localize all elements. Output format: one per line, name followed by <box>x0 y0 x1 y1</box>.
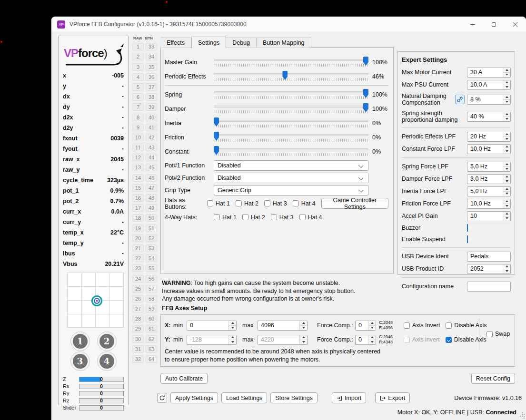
spin-up-icon[interactable] <box>503 199 510 204</box>
spin-buttons[interactable] <box>503 132 510 141</box>
hat-checkbox[interactable]: Hat 1 <box>214 214 237 221</box>
spin-up-icon[interactable] <box>503 264 510 269</box>
spinbox[interactable] <box>467 211 511 221</box>
spinbox[interactable] <box>467 68 511 78</box>
spin-down-icon[interactable] <box>368 326 376 330</box>
link-icon[interactable] <box>455 95 465 104</box>
combo-box[interactable]: Disabled <box>214 160 368 171</box>
slider[interactable] <box>214 132 368 143</box>
spin-buttons[interactable] <box>299 335 307 344</box>
spin-up-icon[interactable] <box>503 162 510 167</box>
spin-up-icon[interactable] <box>229 321 236 326</box>
swap-checkbox[interactable]: Swap <box>486 331 510 337</box>
spin-buttons[interactable] <box>503 80 510 89</box>
spin-down-icon[interactable] <box>368 340 376 344</box>
tab[interactable]: Effects <box>160 38 191 48</box>
spin-buttons[interactable] <box>503 95 510 104</box>
spin-down-icon[interactable] <box>503 204 510 208</box>
spin-buttons[interactable] <box>503 145 510 154</box>
spinbox[interactable] <box>467 95 511 105</box>
combo-box[interactable]: Generic Grip <box>214 185 368 195</box>
combo-box[interactable]: Disabled <box>214 173 368 183</box>
spinbox[interactable] <box>467 174 511 184</box>
axis-invert-checkbox[interactable]: Axis Invert <box>404 322 440 329</box>
spinbox[interactable] <box>467 80 511 90</box>
checkbox[interactable] <box>467 235 468 243</box>
tab[interactable]: Debug <box>226 38 257 48</box>
min-spinbox[interactable] <box>187 321 237 331</box>
auto-calibrate-button[interactable]: Auto Calibrate <box>160 373 208 384</box>
hat-checkbox[interactable]: Hat 3 <box>271 214 294 221</box>
spin-down-icon[interactable] <box>503 269 510 273</box>
hat-checkbox[interactable]: Hat 1 <box>207 200 230 207</box>
spin-down-icon[interactable] <box>503 73 510 77</box>
spin-buttons[interactable] <box>503 212 510 221</box>
spin-up-icon[interactable] <box>503 132 510 137</box>
slider[interactable] <box>214 103 368 115</box>
spin-up-icon[interactable] <box>300 321 307 326</box>
spin-buttons[interactable] <box>503 112 510 121</box>
load-settings-button[interactable]: Load Settings <box>221 392 267 403</box>
spin-buttons[interactable] <box>503 199 510 208</box>
spinbox[interactable] <box>467 199 511 209</box>
spin-down-icon[interactable] <box>229 326 236 330</box>
maximize-button[interactable] <box>483 17 505 32</box>
min-spinbox[interactable] <box>187 335 237 345</box>
refresh-button[interactable] <box>157 393 167 403</box>
spin-down-icon[interactable] <box>503 85 510 89</box>
resize-grip[interactable] <box>520 414 525 419</box>
spin-up-icon[interactable] <box>503 68 510 73</box>
spin-buttons[interactable] <box>503 264 510 273</box>
slider[interactable] <box>214 57 368 68</box>
hat-checkbox[interactable]: Hat 2 <box>242 214 265 221</box>
spin-down-icon[interactable] <box>229 340 236 344</box>
spinbox[interactable] <box>467 162 511 172</box>
spin-down-icon[interactable] <box>503 100 510 104</box>
hat-checkbox[interactable]: Hat 3 <box>264 200 287 207</box>
configuration-name-field[interactable] <box>467 282 511 292</box>
spin-up-icon[interactable] <box>300 335 307 340</box>
spin-up-icon[interactable] <box>503 175 510 179</box>
spin-up-icon[interactable] <box>503 212 510 216</box>
spinbox[interactable] <box>467 186 511 196</box>
spin-down-icon[interactable] <box>503 192 510 196</box>
spin-down-icon[interactable] <box>503 167 510 171</box>
spin-up-icon[interactable] <box>503 80 510 85</box>
apply-settings-button[interactable]: Apply Settings <box>170 392 218 403</box>
spin-buttons[interactable] <box>503 162 510 171</box>
export-button[interactable]: Export <box>375 392 410 403</box>
usb-device-ident-field[interactable] <box>467 252 511 262</box>
spin-down-icon[interactable] <box>503 179 510 184</box>
game-controller-settings-button[interactable]: Game Controller Settings <box>321 198 388 209</box>
force-comp-spinbox[interactable] <box>355 321 376 331</box>
hat-checkbox[interactable]: Hat 4 <box>299 214 322 221</box>
hat-checkbox[interactable]: Hat 2 <box>236 200 258 207</box>
spin-buttons[interactable] <box>503 175 510 184</box>
spin-down-icon[interactable] <box>503 216 510 221</box>
spin-buttons[interactable] <box>299 321 307 330</box>
max-spinbox[interactable] <box>258 321 308 331</box>
spin-up-icon[interactable] <box>503 145 510 149</box>
slider[interactable] <box>214 71 368 82</box>
tab[interactable]: Settings <box>191 37 226 49</box>
close-button[interactable] <box>505 17 526 32</box>
tab[interactable]: Button Mapping <box>257 38 311 48</box>
slider[interactable] <box>214 146 368 157</box>
spin-buttons[interactable] <box>503 187 510 196</box>
spinbox[interactable] <box>467 112 511 122</box>
slider[interactable] <box>214 89 368 100</box>
spin-buttons[interactable] <box>368 335 376 344</box>
spinbox[interactable] <box>467 132 511 142</box>
spin-down-icon[interactable] <box>300 340 307 344</box>
max-spinbox[interactable] <box>258 335 308 345</box>
spin-buttons[interactable] <box>228 321 236 330</box>
spin-buttons[interactable] <box>228 335 236 344</box>
import-button[interactable]: Import <box>332 392 366 403</box>
spin-down-icon[interactable] <box>503 117 510 121</box>
spin-up-icon[interactable] <box>368 321 376 326</box>
spin-buttons[interactable] <box>503 68 510 77</box>
spin-up-icon[interactable] <box>229 335 236 340</box>
store-settings-button[interactable]: Store Settings <box>270 392 318 403</box>
force-comp-spinbox[interactable] <box>355 335 376 345</box>
spin-down-icon[interactable] <box>300 326 307 330</box>
